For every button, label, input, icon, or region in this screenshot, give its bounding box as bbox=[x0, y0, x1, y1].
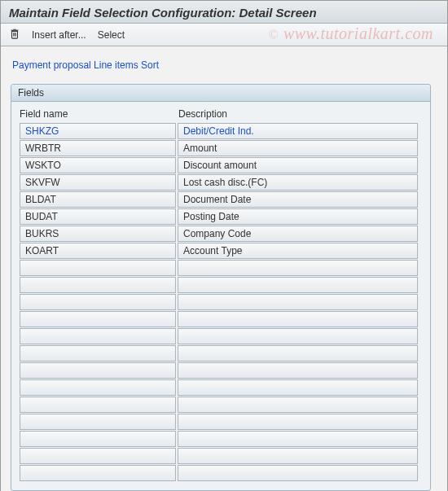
field-name-cell[interactable] bbox=[20, 277, 176, 293]
description-cell[interactable]: Posting Date bbox=[178, 208, 418, 225]
table-row[interactable] bbox=[20, 294, 422, 310]
description-cell[interactable] bbox=[178, 260, 418, 276]
description-cell[interactable]: Amount bbox=[178, 140, 418, 156]
description-cell[interactable] bbox=[178, 345, 418, 362]
table-row[interactable]: BUDATPosting Date bbox=[20, 208, 422, 225]
field-name-cell[interactable]: SKVFW bbox=[20, 174, 176, 191]
table-row[interactable]: BUKRSCompany Code bbox=[20, 226, 422, 242]
table-row[interactable] bbox=[20, 397, 422, 413]
description-cell[interactable] bbox=[178, 465, 418, 481]
field-name-cell[interactable]: WSKTO bbox=[20, 157, 176, 173]
description-cell[interactable]: Company Code bbox=[178, 226, 418, 242]
field-name-cell[interactable]: BLDAT bbox=[20, 191, 176, 208]
description-cell[interactable]: Lost cash disc.(FC) bbox=[178, 174, 418, 191]
field-name-cell[interactable]: SHKZG bbox=[20, 123, 176, 139]
table-row[interactable]: WRBTRAmount bbox=[20, 140, 422, 156]
rows-container: SHKZGDebit/Credit Ind.WRBTRAmountWSKTODi… bbox=[20, 123, 422, 481]
description-cell[interactable] bbox=[178, 448, 418, 464]
description-cell[interactable]: Account Type bbox=[178, 243, 418, 259]
field-name-cell[interactable] bbox=[20, 414, 176, 430]
table-row[interactable]: SKVFWLost cash disc.(FC) bbox=[20, 174, 422, 191]
insert-after-button[interactable]: Insert after... bbox=[32, 29, 86, 41]
field-name-cell[interactable]: KOART bbox=[20, 243, 176, 259]
description-cell[interactable] bbox=[178, 379, 418, 396]
field-name-cell[interactable] bbox=[20, 345, 176, 362]
field-name-cell[interactable] bbox=[20, 379, 176, 396]
field-name-cell[interactable] bbox=[20, 294, 176, 310]
select-button[interactable]: Select bbox=[98, 29, 125, 41]
field-name-cell[interactable] bbox=[20, 465, 176, 481]
description-cell[interactable]: Debit/Credit Ind. bbox=[178, 123, 418, 139]
field-name-cell[interactable] bbox=[20, 328, 176, 344]
panel-title: Fields bbox=[18, 87, 44, 99]
window: Maintain Field Selection Configuration: … bbox=[0, 0, 448, 491]
field-name-cell[interactable] bbox=[20, 311, 176, 327]
field-name-cell[interactable] bbox=[20, 448, 176, 464]
description-cell[interactable] bbox=[178, 328, 418, 344]
insert-after-label: Insert after... bbox=[32, 29, 86, 41]
panel-header: Fields bbox=[11, 85, 430, 102]
fields-panel: Fields Field name Description SHKZGDebit… bbox=[11, 84, 431, 491]
body-area: Payment proposal Line items Sort Fields … bbox=[1, 46, 447, 491]
field-name-cell[interactable] bbox=[20, 397, 176, 413]
table-row[interactable] bbox=[20, 345, 422, 362]
title-text: Maintain Field Selection Configuration: … bbox=[9, 6, 317, 20]
col-header-description: Description bbox=[178, 108, 422, 120]
table-row[interactable]: KOARTAccount Type bbox=[20, 243, 422, 259]
table-row[interactable] bbox=[20, 465, 422, 481]
description-cell[interactable] bbox=[178, 311, 418, 327]
delete-button[interactable] bbox=[9, 28, 20, 42]
field-name-cell[interactable]: WRBTR bbox=[20, 140, 176, 156]
description-cell[interactable] bbox=[178, 277, 418, 293]
description-cell[interactable]: Document Date bbox=[178, 191, 418, 208]
panel-body: Field name Description SHKZGDebit/Credit… bbox=[11, 102, 430, 490]
table-row[interactable]: SHKZGDebit/Credit Ind. bbox=[20, 123, 422, 139]
field-name-cell[interactable]: BUKRS bbox=[20, 226, 176, 242]
column-headers: Field name Description bbox=[20, 107, 422, 123]
field-name-cell[interactable] bbox=[20, 362, 176, 379]
description-cell[interactable] bbox=[178, 294, 418, 310]
select-label: Select bbox=[98, 29, 125, 41]
table-row[interactable] bbox=[20, 277, 422, 293]
table-row[interactable] bbox=[20, 260, 422, 276]
toolbar: Insert after... Select bbox=[1, 24, 447, 46]
col-header-fieldname: Field name bbox=[20, 108, 178, 120]
table-row[interactable] bbox=[20, 431, 422, 447]
field-name-cell[interactable] bbox=[20, 260, 176, 276]
description-cell[interactable]: Discount amount bbox=[178, 157, 418, 173]
page-title: Maintain Field Selection Configuration: … bbox=[1, 1, 447, 24]
description-cell[interactable] bbox=[178, 431, 418, 447]
table-row[interactable] bbox=[20, 311, 422, 327]
table-row[interactable] bbox=[20, 448, 422, 464]
table-row[interactable] bbox=[20, 379, 422, 396]
table-row[interactable]: WSKTODiscount amount bbox=[20, 157, 422, 173]
breadcrumb: Payment proposal Line items Sort bbox=[11, 55, 437, 84]
description-cell[interactable] bbox=[178, 397, 418, 413]
breadcrumb-text: Payment proposal Line items Sort bbox=[12, 59, 159, 71]
field-name-cell[interactable]: BUDAT bbox=[20, 208, 176, 225]
field-name-cell[interactable] bbox=[20, 431, 176, 447]
table-row[interactable]: BLDATDocument Date bbox=[20, 191, 422, 208]
table-row[interactable] bbox=[20, 328, 422, 344]
trash-icon bbox=[9, 28, 20, 42]
description-cell[interactable] bbox=[178, 414, 418, 430]
table-row[interactable] bbox=[20, 414, 422, 430]
table-row[interactable] bbox=[20, 362, 422, 379]
description-cell[interactable] bbox=[178, 362, 418, 379]
